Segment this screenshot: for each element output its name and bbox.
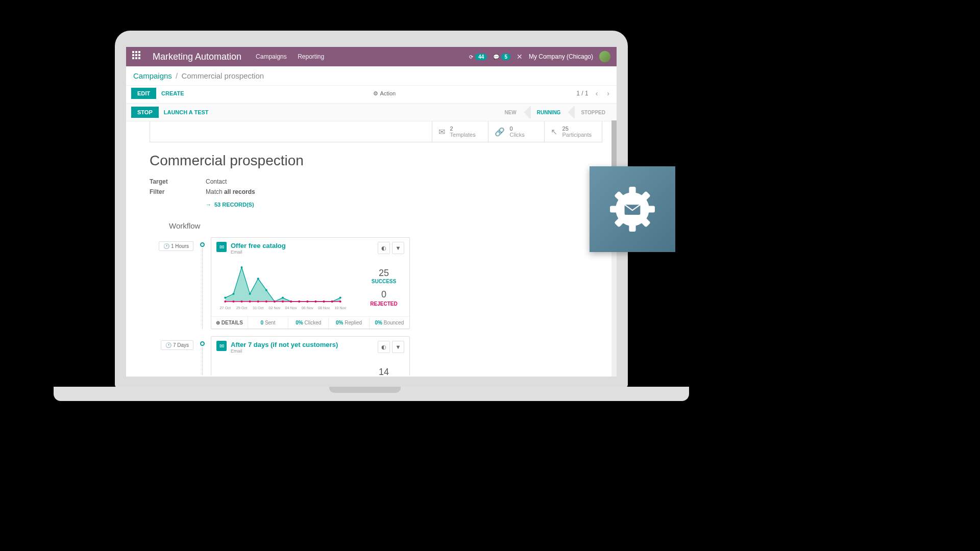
close-icon[interactable]: ✕ — [517, 53, 523, 61]
svg-point-19 — [257, 300, 259, 303]
status-new[interactable]: NEW — [498, 108, 522, 117]
apps-icon[interactable] — [132, 51, 143, 62]
gear-icon: ⚙ — [373, 90, 378, 97]
metric-bounced[interactable]: 0% Bounced — [370, 317, 409, 329]
arrow-right-icon: → — [206, 202, 211, 208]
activity-card: ✉ Offer free catalog Email ◐ ▼ — [211, 237, 410, 329]
clock-icon: 🕐 — [165, 342, 172, 348]
stat-participants[interactable]: ↖ 25Participants — [544, 121, 602, 142]
activity-title[interactable]: After 7 days (if not yet customers) — [231, 341, 338, 348]
svg-point-14 — [339, 297, 341, 299]
svg-text:02 Nov: 02 Nov — [268, 306, 280, 310]
svg-point-27 — [323, 300, 325, 303]
filter-icon[interactable]: ▼ — [392, 242, 404, 254]
mail-icon: ✉ — [216, 341, 227, 351]
success-count: 14 — [363, 367, 404, 375]
envelope-icon: ✉ — [438, 127, 445, 137]
svg-point-5 — [265, 289, 267, 291]
breadcrumb-current: Commercial prospection — [181, 71, 264, 80]
status-bar: STOP LAUNCH A TEST NEW RUNNING STOPPED — [126, 103, 617, 121]
pager-next[interactable]: › — [605, 89, 611, 97]
breadcrumb: Campaigns / Commercial prospection — [126, 66, 617, 86]
svg-point-1 — [232, 293, 234, 295]
chat-indicator[interactable]: 💬 5 — [493, 54, 510, 60]
records-link[interactable]: → 53 RECORD(S) — [206, 202, 254, 208]
pager-prev[interactable]: ‹ — [594, 89, 600, 97]
time-badge: 🕐 1 Hours — [159, 241, 193, 251]
success-count: 25 — [363, 268, 404, 279]
breadcrumb-root[interactable]: Campaigns — [133, 71, 172, 80]
svg-text:04 Nov: 04 Nov — [285, 306, 297, 310]
activity-chart: 27 Oct29 Oct31 Oct02 Nov04 Nov06 Nov08 N… — [216, 261, 363, 313]
time-badge: 🕐 7 Days — [161, 340, 193, 350]
metric-replied[interactable]: 0% Replied — [329, 317, 369, 329]
svg-rect-40 — [629, 221, 635, 232]
rejected-label: REJECTED — [363, 301, 404, 307]
toolbar: EDIT CREATE ⚙ Action 1 / 1 ‹ › — [126, 86, 617, 103]
launch-test-button[interactable]: LAUNCH A TEST — [164, 109, 209, 115]
workflow-heading: Workflow — [169, 221, 602, 230]
field-target: Target Contact — [150, 178, 602, 185]
svg-point-26 — [314, 300, 316, 303]
app-icon-badge — [590, 166, 675, 252]
page-title: Commercial prospection — [150, 153, 602, 169]
workflow-item: 🕐 7 Days ✉ After 7 days (if not yet cust… — [150, 336, 602, 375]
chat-icon: 💬 — [493, 54, 499, 60]
stat-templates[interactable]: ✉ 2Templates — [432, 121, 488, 142]
globe-icon: ⊕ — [216, 320, 220, 325]
metric-clicked[interactable]: 0% Clicked — [288, 317, 329, 329]
top-nav: Campaigns Reporting — [256, 53, 333, 60]
svg-point-24 — [298, 300, 300, 303]
activity-title[interactable]: Offer free catalog — [231, 242, 286, 249]
filter-icon[interactable]: ▼ — [392, 341, 404, 353]
activity-type: Email — [231, 348, 338, 354]
stat-boxes: ✉ 2Templates 🔗 0Clicks ↖ 25Participants — [150, 121, 602, 142]
pie-chart-icon[interactable]: ◐ — [378, 341, 390, 353]
company-selector[interactable]: My Company (Chicago) — [529, 53, 593, 60]
svg-point-3 — [249, 293, 251, 295]
svg-point-0 — [224, 297, 226, 299]
top-bar: Marketing Automation Campaigns Reporting… — [126, 47, 617, 66]
activity-type: Email — [231, 249, 286, 255]
svg-rect-39 — [629, 187, 635, 197]
svg-point-23 — [290, 300, 292, 303]
field-filter: Filter Match all records — [150, 188, 602, 195]
stat-clicks[interactable]: 🔗 0Clicks — [488, 121, 544, 142]
details-button[interactable]: ⊕ DETAILS — [211, 317, 248, 329]
link-icon: 🔗 — [495, 127, 505, 137]
activity-metrics: ⊕ DETAILS 0 Sent 0% Clicked 0% Replied 0… — [211, 316, 409, 329]
svg-point-4 — [257, 278, 259, 280]
svg-point-20 — [265, 300, 267, 303]
svg-text:31 Oct: 31 Oct — [253, 306, 263, 310]
stop-button[interactable]: STOP — [131, 107, 159, 118]
laptop-notch — [329, 387, 401, 393]
timeline — [200, 237, 205, 329]
svg-point-15 — [224, 300, 226, 303]
edit-button[interactable]: EDIT — [131, 88, 156, 99]
create-button[interactable]: CREATE — [161, 90, 184, 96]
svg-point-25 — [306, 300, 308, 303]
nav-reporting[interactable]: Reporting — [298, 53, 324, 60]
action-dropdown[interactable]: ⚙ Action — [373, 90, 396, 97]
pager: 1 / 1 ‹ › — [576, 89, 611, 97]
user-avatar[interactable] — [599, 51, 610, 62]
svg-text:27 Oct: 27 Oct — [220, 306, 231, 310]
success-label: SUCCESS — [363, 279, 404, 284]
status-stopped[interactable]: STOPPED — [575, 108, 611, 117]
timeline — [200, 336, 205, 375]
cursor-icon: ↖ — [551, 127, 557, 137]
nav-campaigns[interactable]: Campaigns — [256, 53, 287, 60]
app-title: Marketing Automation — [153, 52, 241, 62]
gear-mail-icon — [604, 181, 660, 237]
svg-text:06 Nov: 06 Nov — [302, 306, 313, 310]
workflow-item: 🕐 1 Hours ✉ Offer free catalog Email — [150, 237, 602, 329]
activity-indicator[interactable]: ⟳ 44 — [469, 54, 487, 60]
status-running[interactable]: RUNNING — [531, 108, 567, 117]
svg-point-21 — [274, 300, 276, 303]
metric-sent[interactable]: 0 Sent — [248, 317, 288, 329]
refresh-icon: ⟳ — [469, 54, 473, 60]
svg-point-18 — [249, 300, 251, 303]
pie-chart-icon[interactable]: ◐ — [378, 242, 390, 254]
svg-text:29 Oct: 29 Oct — [236, 306, 247, 310]
clock-icon: 🕐 — [163, 243, 169, 249]
